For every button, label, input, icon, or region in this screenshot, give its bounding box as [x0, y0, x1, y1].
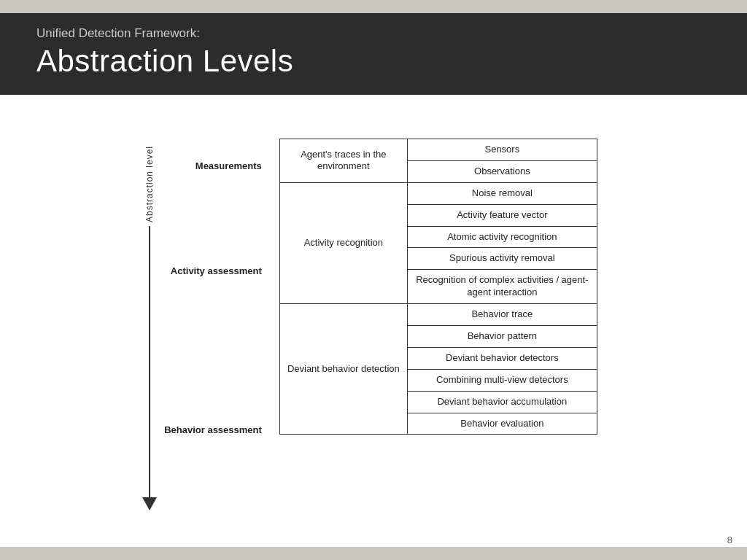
label-behavior-assessment: Behavior assessment	[164, 349, 268, 510]
cell-deviant-behavior-detection: Deviant behavior detection	[279, 304, 407, 435]
header: Unified Detection Framework: Abstraction…	[0, 13, 747, 95]
cell-behavior-evaluation: Behavior evaluation	[407, 413, 597, 435]
cell-activity-feature-vector: Activity feature vector	[407, 204, 597, 226]
cell-deviant-behavior-detectors: Deviant behavior detectors	[407, 347, 597, 369]
bottom-accent-bar	[0, 547, 747, 560]
cell-agent-traces: Agent's traces in the environment	[279, 139, 407, 183]
cell-activity-recognition: Activity recognition	[279, 182, 407, 303]
table-row: Activity recognition Noise removal	[279, 182, 597, 204]
cell-combining-multi-view: Combining multi-view detectors	[407, 369, 597, 391]
abstraction-arrow: Abstraction level	[142, 146, 157, 510]
cell-spurious-activity-removal: Spurious activity removal	[407, 248, 597, 270]
main-content: Abstraction level Measurements Activity …	[0, 117, 747, 547]
framework-table: Agent's traces in the environment Sensor…	[279, 139, 597, 435]
cell-complex-activities: Recognition of complex activities / agen…	[407, 270, 597, 304]
header-subtitle: Unified Detection Framework:	[36, 26, 711, 41]
arrow-line	[149, 226, 150, 497]
cell-noise-removal: Noise removal	[407, 182, 597, 204]
section-labels: Measurements Activity assessment Behavio…	[164, 139, 268, 510]
page-number: 8	[727, 534, 732, 545]
label-activity-assessment: Activity assessment	[164, 192, 268, 349]
cell-behavior-pattern: Behavior pattern	[407, 326, 597, 348]
cell-deviant-behavior-accumulation: Deviant behavior accumulation	[407, 391, 597, 413]
arrow-label: Abstraction level	[144, 146, 155, 222]
cell-atomic-activity-recognition: Atomic activity recognition	[407, 226, 597, 248]
label-measurements: Measurements	[164, 139, 268, 192]
table-row: Deviant behavior detection Behavior trac…	[279, 304, 597, 326]
top-accent-bar	[0, 0, 747, 13]
cell-observations: Observations	[407, 160, 597, 182]
header-title: Abstraction Levels	[36, 44, 711, 79]
arrow-head	[142, 497, 157, 510]
table-row: Agent's traces in the environment Sensor…	[279, 139, 597, 161]
cell-behavior-trace: Behavior trace	[407, 304, 597, 326]
cell-sensors: Sensors	[407, 139, 597, 161]
